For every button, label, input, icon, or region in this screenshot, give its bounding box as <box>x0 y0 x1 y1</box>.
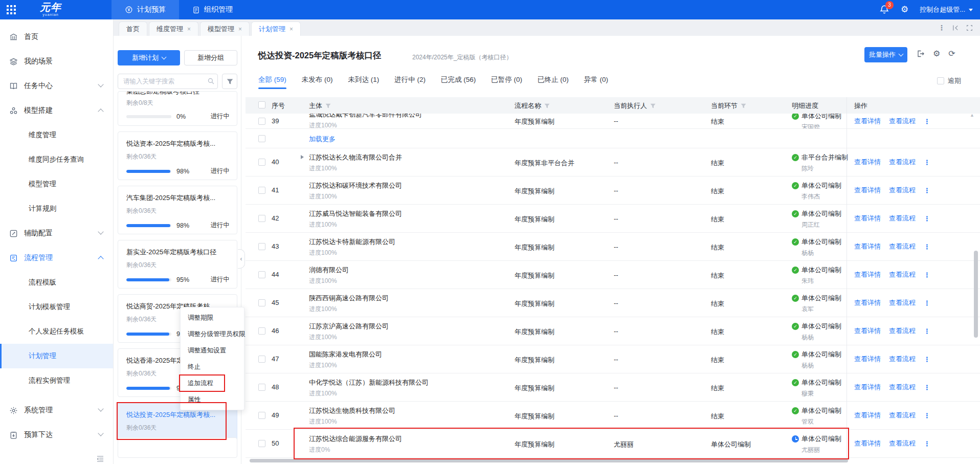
context-menu-item[interactable]: 调整通知设置 <box>181 342 244 359</box>
batch-operation-button[interactable]: 批量操作 <box>864 47 907 62</box>
view-detail-link[interactable]: 查看详情 <box>854 214 881 223</box>
view-flow-link[interactable]: 查看流程 <box>889 355 916 364</box>
plan-filter-button[interactable] <box>222 74 237 89</box>
sidebar-item-personal-task-template[interactable]: 个人发起任务模板 <box>0 319 113 344</box>
status-filter-tab[interactable]: 未发布 (0) <box>302 75 333 84</box>
view-flow-link[interactable]: 查看流程 <box>889 117 916 126</box>
more-vertical-icon[interactable]: ⋮ <box>924 440 931 448</box>
content-tab[interactable]: 计划管理 × <box>251 21 301 36</box>
view-flow-link[interactable]: 查看流程 <box>889 158 916 167</box>
refresh-icon[interactable]: ⟳ <box>948 49 955 58</box>
status-filter-tab[interactable]: 未到达 (1) <box>348 75 380 84</box>
horizontal-scrollbar[interactable] <box>250 459 848 462</box>
sidebar-item-home[interactable]: 首页 <box>0 25 113 49</box>
more-vertical-icon[interactable]: ⋮ <box>924 299 931 307</box>
context-menu-item[interactable]: 调整期限 <box>181 310 244 326</box>
close-icon[interactable]: × <box>238 26 242 33</box>
view-flow-link[interactable]: 查看流程 <box>889 439 916 448</box>
view-flow-link[interactable]: 查看流程 <box>889 270 916 279</box>
expand-row-icon[interactable] <box>301 155 304 159</box>
view-detail-link[interactable]: 查看详情 <box>854 117 881 126</box>
more-vertical-icon[interactable]: ⋮ <box>924 356 931 363</box>
status-filter-tab[interactable]: 已终止 (0) <box>538 75 569 84</box>
view-detail-link[interactable]: 查看详情 <box>854 270 881 279</box>
context-menu-item[interactable]: 终止 <box>181 359 244 375</box>
filter-funnel-icon[interactable] <box>544 103 550 108</box>
row-checkbox[interactable] <box>258 384 265 391</box>
plan-card[interactable]: 集团总部定稿版考核口径 剩余0/8天 0% 进行中 <box>118 91 237 126</box>
fullscreen-icon[interactable] <box>966 25 973 31</box>
content-tab[interactable]: 首页 × <box>119 21 147 36</box>
view-detail-link[interactable]: 查看详情 <box>854 411 881 420</box>
status-filter-tab[interactable]: 已暂停 (0) <box>491 75 522 84</box>
row-checkbox[interactable] <box>258 299 265 306</box>
more-vertical-icon[interactable]: ⋮ <box>924 159 931 166</box>
more-vertical-icon[interactable]: ⋮ <box>924 271 931 279</box>
sidebar-item-budget-release[interactable]: 预算下达 <box>0 423 113 447</box>
close-icon[interactable]: × <box>289 26 293 33</box>
context-menu-item[interactable]: 属性 <box>181 391 244 408</box>
row-checkbox[interactable] <box>258 243 265 250</box>
sidebar-collapse-icon[interactable] <box>96 455 104 463</box>
sidebar-item-plan-template-management[interactable]: 计划模板管理 <box>0 295 113 319</box>
row-checkbox[interactable] <box>258 440 265 447</box>
row-checkbox[interactable] <box>258 187 265 194</box>
view-detail-link[interactable]: 查看详情 <box>854 383 881 392</box>
filter-funnel-icon[interactable] <box>650 103 656 108</box>
row-checkbox[interactable] <box>258 215 265 222</box>
user-menu[interactable]: 控制台超级管... <box>920 5 973 14</box>
sidebar-item-process-template[interactable]: 流程模版 <box>0 270 113 295</box>
more-vertical-icon[interactable]: ⋮ <box>924 215 931 223</box>
plan-card[interactable]: 汽车集团-2025年定稿版考核... 剩余0/36天 98% 进行中 <box>118 186 237 234</box>
sidebar-item-dimension-management[interactable]: 维度管理 <box>0 123 113 147</box>
status-filter-tab[interactable]: 全部 (59) <box>258 75 286 84</box>
row-checkbox[interactable] <box>258 159 265 166</box>
view-detail-link[interactable]: 查看详情 <box>854 298 881 307</box>
status-filter-tab[interactable]: 异常 (0) <box>584 75 608 84</box>
sidebar-item-model-management[interactable]: 模型管理 <box>0 172 113 196</box>
scroll-up-arrow[interactable]: ▲ <box>970 113 974 118</box>
nav-tab-org-management[interactable]: 组织管理 <box>179 0 246 19</box>
view-flow-link[interactable]: 查看流程 <box>889 214 916 223</box>
row-checkbox[interactable] <box>258 118 265 125</box>
view-detail-link[interactable]: 查看详情 <box>854 355 881 364</box>
sidebar-item-dimension-sync-query[interactable]: 维度同步任务查询 <box>0 147 113 172</box>
row-checkbox[interactable] <box>258 327 265 335</box>
context-menu-item[interactable]: 追加流程 <box>181 375 244 391</box>
row-checkbox[interactable] <box>258 412 265 419</box>
more-vertical-icon[interactable]: ⋮ <box>938 24 945 32</box>
more-vertical-icon[interactable]: ⋮ <box>924 412 931 419</box>
new-group-button[interactable]: 新增分组 <box>184 50 237 65</box>
view-flow-link[interactable]: 查看流程 <box>889 186 916 195</box>
more-vertical-icon[interactable]: ⋮ <box>924 243 931 251</box>
sidebar-item-plan-management[interactable]: 计划管理 <box>0 344 113 368</box>
context-menu-item[interactable]: 调整分级管理员权限 <box>181 326 244 342</box>
sidebar-item-process-instance-management[interactable]: 流程实例管理 <box>0 368 113 393</box>
view-flow-link[interactable]: 查看流程 <box>889 411 916 420</box>
new-plan-button[interactable]: 新增计划 <box>118 50 180 65</box>
sidebar-item-process-management[interactable]: 流程管理 <box>0 246 113 270</box>
view-detail-link[interactable]: 查看详情 <box>854 326 881 336</box>
collapse-tabs-icon[interactable] <box>952 25 959 31</box>
view-flow-link[interactable]: 查看流程 <box>889 326 916 336</box>
nav-tab-plan-budget[interactable]: 计划预算 <box>112 0 179 19</box>
plan-card[interactable]: 悦达资本-2025年定稿版考核... 剩余0/36天 98% 进行中 <box>118 131 237 180</box>
sidebar-item-system-management[interactable]: 系统管理 <box>0 398 113 423</box>
sidebar-item-calc-rules[interactable]: 计算规则 <box>0 196 113 221</box>
close-icon[interactable]: × <box>187 26 191 33</box>
more-vertical-icon[interactable]: ⋮ <box>924 187 931 194</box>
sidebar-item-task-center[interactable]: 任务中心 <box>0 74 113 98</box>
settings-gear-icon[interactable]: ⚙ <box>901 5 908 15</box>
overdue-checkbox[interactable] <box>937 77 944 84</box>
filter-funnel-icon[interactable] <box>325 103 331 108</box>
more-vertical-icon[interactable]: ⋮ <box>924 327 931 335</box>
view-flow-link[interactable]: 查看流程 <box>889 242 916 251</box>
vertical-scrollbar[interactable] <box>974 251 978 338</box>
view-flow-link[interactable]: 查看流程 <box>889 383 916 392</box>
panel-collapse-handle[interactable]: ‹ <box>238 249 245 269</box>
gear-icon[interactable]: ⚙ <box>933 49 940 58</box>
status-filter-tab[interactable]: 进行中 (2) <box>394 75 426 84</box>
row-checkbox[interactable] <box>258 271 265 278</box>
load-more-link[interactable]: 加载更多 <box>309 135 336 144</box>
notification-bell-icon[interactable]: 3 <box>879 5 889 15</box>
